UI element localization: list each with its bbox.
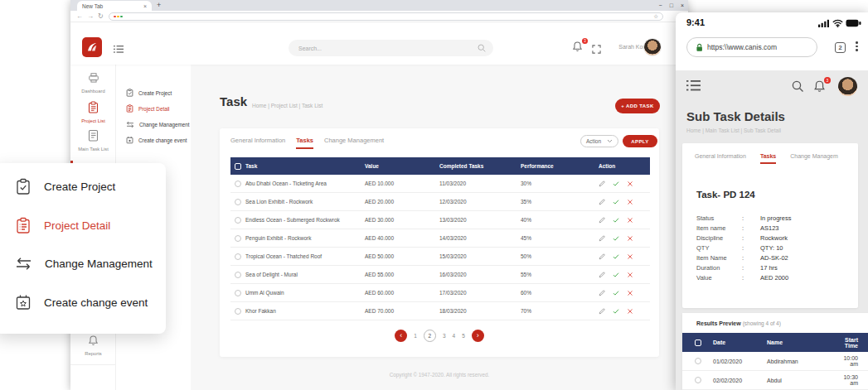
approve-check-icon[interactable] <box>613 308 619 315</box>
results-row-checkbox[interactable] <box>695 377 701 383</box>
approve-check-icon[interactable] <box>613 253 619 260</box>
browser-menu-dots-icon[interactable] <box>856 41 858 51</box>
page-4[interactable]: 4 <box>453 333 456 339</box>
overlay-item-change-management[interactable]: Change Management <box>15 253 153 274</box>
row-checkbox[interactable] <box>235 290 241 296</box>
table-row: Khor Fakkan AED 70.000 18/03/2020 70% <box>230 302 650 320</box>
sidebar-item-reports[interactable]: Reports <box>70 335 116 356</box>
row-checkbox[interactable] <box>235 235 241 242</box>
minimize-icon[interactable]: − <box>659 2 662 8</box>
results-select-all-checkbox[interactable] <box>695 339 701 346</box>
edit-pencil-icon[interactable] <box>599 181 605 187</box>
detail-row: Status : In progress <box>682 213 858 223</box>
mobile-bell-icon[interactable]: 3 <box>813 79 828 94</box>
tab-general-information[interactable]: General Information <box>230 137 285 149</box>
edit-pencil-icon[interactable] <box>599 235 605 242</box>
approve-check-icon[interactable] <box>613 290 619 296</box>
back-icon[interactable]: ← <box>76 12 83 21</box>
row-checkbox[interactable] <box>235 253 241 260</box>
row-checkbox[interactable] <box>235 217 241 224</box>
prev-page-icon[interactable]: ‹ <box>395 330 407 342</box>
approve-check-icon[interactable] <box>613 199 619 205</box>
subtask-card: General Information Tasks Change Managem… <box>682 143 858 308</box>
approve-check-icon[interactable] <box>613 217 619 224</box>
submenu-item-change-management[interactable]: Change Management <box>126 118 190 130</box>
mobile-tab-tasks[interactable]: Tasks <box>760 153 776 164</box>
reload-icon[interactable]: ↻ <box>98 12 104 21</box>
row-checkbox[interactable] <box>235 199 241 205</box>
detail-colon: : <box>742 274 760 282</box>
submenu-item-create-change-event[interactable]: Create change event <box>126 134 187 146</box>
select-all-checkbox[interactable] <box>235 163 241 170</box>
page-1[interactable]: 1 <box>414 333 417 339</box>
page-3[interactable]: 3 <box>443 333 446 339</box>
overlay-item-create-project[interactable]: Create Project <box>15 176 115 197</box>
close-icon[interactable]: × <box>681 2 684 8</box>
mobile-tab-change-management[interactable]: Change Managem <box>790 153 838 164</box>
overlay-item-project-detail[interactable]: Project Detail <box>15 214 110 236</box>
delete-cross-icon[interactable] <box>627 290 633 296</box>
user-avatar[interactable] <box>643 38 662 56</box>
mobile-user-avatar[interactable] <box>838 77 857 96</box>
submenu-item-create-project[interactable]: Create Project <box>126 87 172 99</box>
next-page-icon[interactable]: › <box>472 330 484 342</box>
tab-count-button[interactable]: 2 <box>835 42 846 53</box>
canis-logo[interactable] <box>82 37 102 57</box>
bookmark-star-icon[interactable]: ☆ <box>653 13 658 20</box>
edit-pencil-icon[interactable] <box>599 272 605 278</box>
search-input[interactable] <box>298 46 478 51</box>
delete-cross-icon[interactable] <box>627 308 633 315</box>
tab-close-icon[interactable]: × <box>143 3 147 9</box>
approve-check-icon[interactable] <box>613 235 619 242</box>
edit-pencil-icon[interactable] <box>599 253 605 260</box>
task-performance: 35% <box>521 199 599 205</box>
row-actions <box>599 235 650 242</box>
approve-check-icon[interactable] <box>613 272 619 278</box>
tab-tasks[interactable]: Tasks <box>296 137 313 149</box>
edit-pencil-icon[interactable] <box>599 217 605 224</box>
row-checkbox[interactable] <box>235 272 241 278</box>
notifications-bell-icon[interactable]: 3 <box>572 41 585 54</box>
fullscreen-expand-icon[interactable] <box>592 42 601 57</box>
delete-cross-icon[interactable] <box>627 181 633 187</box>
add-task-button[interactable]: + ADD TASK <box>615 99 660 113</box>
row-checkbox[interactable] <box>235 181 241 187</box>
forward-icon[interactable]: → <box>87 12 94 21</box>
row-actions <box>599 290 650 296</box>
row-actions <box>599 217 650 224</box>
page-2-active[interactable]: 2 <box>424 330 436 342</box>
sidebar-item-project-list[interactable]: Project List <box>70 101 116 123</box>
page-5[interactable]: 5 <box>462 333 465 339</box>
approve-check-icon[interactable] <box>613 181 619 187</box>
browser-tab[interactable]: New Tab × <box>77 1 152 11</box>
mobile-tab-general-information[interactable]: General Information <box>695 153 746 164</box>
sidebar-item-main-task-list[interactable]: Main Task List <box>70 129 116 152</box>
tab-change-management[interactable]: Change Management <box>324 137 384 149</box>
task-name: Endless Ocean - Submerged Rockwrok <box>245 217 365 223</box>
address-bar[interactable]: ☆ <box>109 12 663 21</box>
row-checkbox[interactable] <box>235 308 241 315</box>
edit-pencil-icon[interactable] <box>599 290 605 296</box>
delete-cross-icon[interactable] <box>627 235 633 242</box>
mobile-search-icon[interactable] <box>792 80 804 96</box>
sidebar-item-dashboard[interactable]: Dashboard <box>70 72 116 94</box>
delete-cross-icon[interactable] <box>627 272 633 278</box>
results-row-checkbox[interactable] <box>695 358 701 364</box>
url-bar[interactable]: https:\\www.canis.com <box>686 37 817 57</box>
new-tab-icon[interactable]: + <box>157 0 161 11</box>
delete-cross-icon[interactable] <box>627 217 633 224</box>
submenu-item-project-detail[interactable]: Project Detail <box>126 103 169 114</box>
menu-list-icon[interactable] <box>114 41 124 56</box>
detail-value: 17 hrs <box>760 264 778 272</box>
edit-pencil-icon[interactable] <box>599 199 605 205</box>
apply-button[interactable]: APPLY <box>623 135 657 147</box>
delete-cross-icon[interactable] <box>627 199 633 205</box>
edit-pencil-icon[interactable] <box>599 308 605 315</box>
mobile-menu-list-icon[interactable] <box>686 79 701 94</box>
task-name: Abu Dhabi Ocean - Ticketing Area <box>245 181 365 186</box>
maximize-icon[interactable]: □ <box>670 2 673 8</box>
result-start-time: 10:00 am <box>840 355 868 367</box>
delete-cross-icon[interactable] <box>627 253 633 260</box>
action-dropdown[interactable]: Action <box>580 135 618 147</box>
overlay-item-create-change-event[interactable]: Create change event <box>15 291 148 313</box>
